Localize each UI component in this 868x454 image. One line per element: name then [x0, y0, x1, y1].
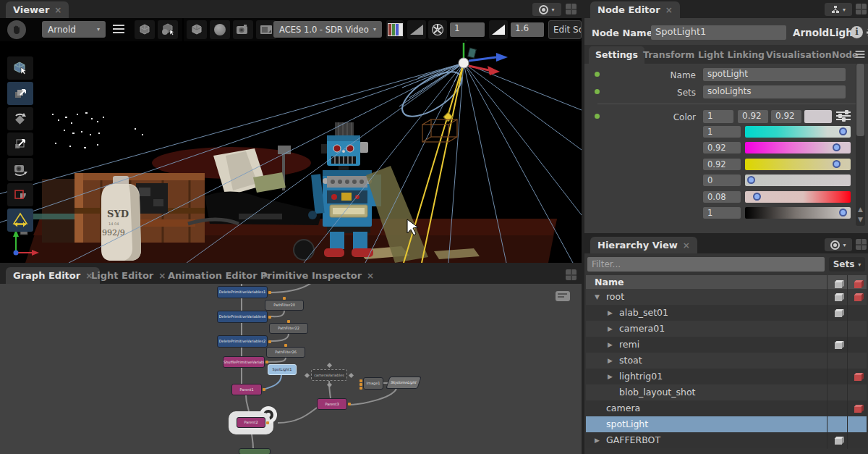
hierarchy-row[interactable]: ▶ alab_set01 [586, 305, 867, 321]
expand-arrow-icon[interactable]: ▶ [608, 325, 613, 332]
tool-rotate-button[interactable] [7, 107, 33, 130]
scrollbar[interactable]: ▲ ▼ [856, 64, 865, 226]
slider-value-field[interactable]: 0.92 [703, 159, 741, 170]
tabs-overflow-icon[interactable] [856, 51, 865, 58]
exposure-field[interactable]: 1 [450, 22, 485, 37]
slider-value-field[interactable]: 0 [703, 175, 741, 186]
tool-scale-button[interactable] [7, 133, 33, 156]
hierarchy-row[interactable]: ▶ remi [586, 337, 867, 353]
tool-select-button[interactable] [7, 56, 33, 80]
slider-value-field[interactable]: 0.92 [703, 142, 741, 154]
graph-node-unnamed[interactable] [239, 448, 271, 454]
layout-grid-icon[interactable] [856, 4, 867, 14]
hierarchy-row[interactable]: ▶ camera01 [586, 321, 867, 337]
graph-node-pathfilter26[interactable]: PathFilter26 [266, 347, 305, 358]
enabled-dot[interactable] [595, 114, 600, 119]
slider-value-field[interactable]: 1 [703, 126, 741, 138]
name-field[interactable]: spotLight [703, 68, 846, 81]
slider-handle[interactable] [833, 160, 841, 168]
lights-visibility-button[interactable] [210, 20, 230, 39]
node-name-field[interactable]: SpotLight1 [651, 25, 786, 40]
gamma-toggle-button[interactable] [489, 20, 508, 39]
node-port-icon[interactable] [266, 421, 269, 424]
annotation-bubble-icon[interactable] [556, 291, 570, 301]
graph-node-deleteprimitivevariables1[interactable]: DeletePrimitiveVariables1 [217, 286, 268, 298]
bottle[interactable]: SYD 14 04 992/9 [101, 176, 141, 261]
node-port-icon[interactable] [268, 291, 271, 294]
node-port-icon[interactable] [359, 383, 362, 386]
node-port-icon[interactable] [284, 344, 287, 347]
display-transform-dropdown[interactable]: ACES 1.0 - SDR Video▾ [273, 21, 382, 38]
tab-viewer[interactable]: Viewer× [6, 1, 69, 18]
gradient-slider[interactable] [745, 175, 851, 186]
tool-crop-window-button[interactable] [7, 183, 33, 206]
close-icon[interactable]: × [54, 5, 61, 15]
channel-select-button[interactable] [386, 20, 404, 39]
expand-arrow-icon[interactable]: ▶ [608, 341, 613, 348]
tab-primitive-inspector[interactable]: Primitive Inspector× [253, 267, 381, 284]
tool-light-cone-button[interactable] [7, 209, 33, 232]
viewport-3d[interactable]: SYD 14 04 992/9 [0, 41, 582, 263]
pin-node-button[interactable]: ▾ [825, 3, 852, 16]
graph-node-parent3[interactable]: Parent3 [317, 398, 347, 410]
tool-translate-button[interactable] [7, 82, 33, 105]
expand-arrow-icon[interactable]: ▼ [595, 293, 600, 300]
gradient-slider[interactable] [745, 142, 851, 154]
color-sliders-toggle-icon[interactable] [836, 112, 851, 122]
expand-arrow-icon[interactable]: ▶ [595, 437, 600, 444]
node-port-icon[interactable] [287, 320, 290, 323]
graph-node-cameravariables[interactable]: cameraVariables [311, 369, 347, 381]
slider-value-field[interactable]: 0.08 [703, 191, 741, 203]
close-icon[interactable]: × [367, 271, 374, 281]
close-icon[interactable]: × [665, 5, 673, 15]
graph-node-skydomelight[interactable]: SkydomeLight [386, 377, 422, 389]
expansion-button[interactable] [158, 20, 178, 39]
node-port-icon[interactable] [283, 297, 286, 300]
sets-field[interactable]: soloLights [703, 85, 846, 98]
node-port-icon[interactable] [327, 363, 332, 368]
tab-node-editor[interactable]: Node Editor× [590, 1, 680, 18]
expand-arrow-icon[interactable]: ▶ [608, 357, 613, 364]
hierarchy-row[interactable]: spotLight [586, 416, 867, 432]
graph-canvas[interactable]: DeletePrimitiveVariables1PathFilter20Del… [0, 284, 582, 454]
exposure-toggle-button[interactable] [407, 20, 426, 39]
scroll-up-icon[interactable]: ▲ [856, 206, 865, 213]
node-port-icon[interactable] [349, 373, 354, 378]
scrollbar-thumb[interactable] [856, 64, 864, 136]
layout-grid-icon[interactable] [856, 239, 867, 250]
layout-grid-icon[interactable] [566, 269, 576, 280]
tab-hierarchy-view[interactable]: Hierarchy View× [590, 237, 697, 253]
viewer-scope-button[interactable]: ▾ [532, 3, 561, 16]
gradient-slider[interactable] [745, 191, 851, 203]
color-r-field[interactable]: 1 [703, 110, 733, 123]
color-swatch[interactable] [804, 110, 832, 123]
graph-node-parent2[interactable]: Parent2 [237, 417, 265, 428]
enabled-dot[interactable] [595, 72, 600, 77]
gradient-slider[interactable] [745, 159, 851, 170]
hierarchy-row[interactable]: ▶ lightrig01 [586, 369, 867, 384]
gradient-slider[interactable] [745, 207, 851, 219]
graph-node-deleteprimitivevariables4[interactable]: DeletePrimitiveVariables4 [217, 311, 268, 323]
slider-handle[interactable] [839, 127, 847, 135]
layout-grid-icon[interactable] [566, 4, 576, 14]
node-port-icon[interactable] [327, 382, 332, 387]
hierarchy-row[interactable]: camera [586, 400, 867, 416]
node-port-icon[interactable] [268, 316, 271, 319]
slider-handle[interactable] [753, 193, 761, 201]
node-port-icon[interactable] [265, 361, 268, 363]
node-port-icon[interactable] [359, 387, 362, 390]
pan-hand-button[interactable] [7, 20, 26, 39]
graph-node-spotlight1[interactable]: SpotLight1 [268, 364, 297, 375]
expand-arrow-icon[interactable]: ▶ [608, 309, 613, 316]
crate-small[interactable] [42, 179, 77, 243]
node-port-icon[interactable] [348, 403, 351, 405]
tab-light-editor[interactable]: Light Editor× [84, 267, 173, 284]
slider-handle[interactable] [839, 209, 847, 217]
graph-node-deleteprimitivevariables2[interactable]: DeletePrimitiveVariables2 [217, 335, 268, 348]
color-g-field[interactable]: 0.92 [738, 110, 768, 123]
gradient-slider[interactable] [745, 126, 851, 138]
slider-handle[interactable] [747, 176, 755, 184]
filter-input[interactable]: Filter... [587, 257, 825, 272]
hierarchy-header[interactable]: Name [586, 275, 867, 289]
hierarchy-row[interactable]: ▶ GAFFERBOT [586, 432, 867, 448]
